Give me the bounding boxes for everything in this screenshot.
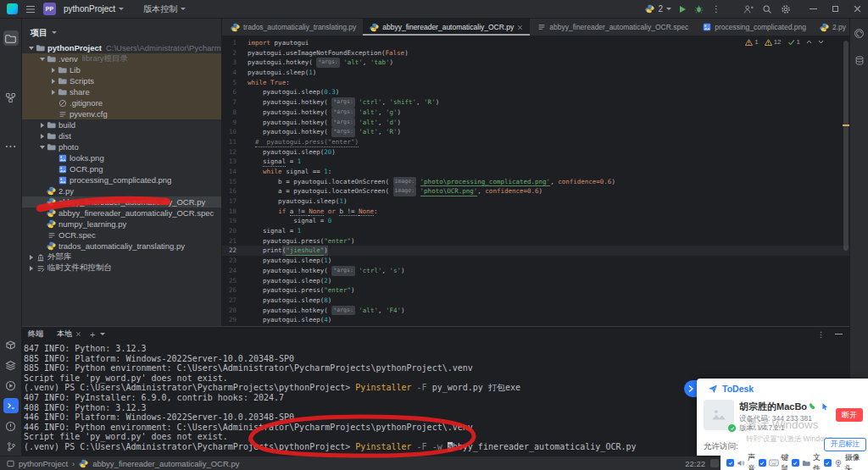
chevron-right-icon[interactable] — [38, 134, 46, 139]
code-line[interactable]: 27 pyautogui.sleep(8) — [222, 296, 849, 306]
chevron-right-icon[interactable] — [27, 255, 35, 260]
close-icon[interactable] — [517, 25, 523, 30]
code-line[interactable]: 26 pyautogui.press("enter") — [222, 285, 849, 296]
editor-tab[interactable]: 2.py — [813, 19, 849, 36]
code-line[interactable]: 17 pyautogui.sleep(1) — [222, 196, 849, 207]
code-editor[interactable]: 1 12 1 1import pyautogui2pyautogui.useIm… — [222, 36, 849, 326]
more-actions[interactable]: ⋮ — [712, 4, 721, 14]
chevron-right-icon[interactable] — [38, 123, 46, 128]
code-line[interactable]: 21 pyautogui.press("enter") — [222, 236, 849, 246]
tree-item[interactable]: .gitignore — [22, 97, 221, 108]
tree-item[interactable]: trados_automaticaliy_translating.py — [22, 241, 221, 252]
inspections-widget[interactable]: 1 12 1 — [742, 37, 827, 47]
code-line[interactable]: 3pyautogui.hotkey( *args: 'alt', 'tab') — [222, 58, 849, 68]
tree-item[interactable]: Scripts — [22, 75, 221, 86]
code-line[interactable]: 25 pyautogui.sleep(2) — [222, 276, 849, 286]
close-icon[interactable] — [75, 331, 81, 337]
editor-tab[interactable]: processing_complicated.png — [695, 19, 813, 36]
maximize-button[interactable] — [832, 6, 838, 12]
editor-scrollbar[interactable] — [843, 41, 849, 251]
run-button[interactable] — [680, 6, 686, 13]
database-icon[interactable] — [852, 53, 867, 68]
terminal-tab-local[interactable]: 本地 — [57, 329, 81, 340]
project-selector[interactable]: pythonProject — [64, 4, 124, 14]
tree-item[interactable]: pyvenv.cfg — [22, 108, 221, 119]
tree-item[interactable]: abbyy_finereader_automaticaliy_OCR.py — [22, 196, 221, 207]
settings-gear-icon[interactable] — [781, 4, 791, 14]
tree-item[interactable]: numpy_learning.py — [22, 218, 221, 229]
terminal-hide-icon[interactable] — [835, 334, 843, 335]
code-line[interactable]: 20 signal = 1 — [222, 226, 849, 236]
code-line[interactable]: 12 pyautogui.sleep(20) — [222, 147, 849, 158]
code-line[interactable]: 2pyautogui.useImageNotFoundException(Fal… — [222, 48, 849, 58]
checkbox-checked-icon[interactable] — [824, 459, 832, 467]
tree-item[interactable]: .venvlibrary根目录 — [22, 53, 221, 64]
status-file[interactable]: abbyy_finereader_automaticaliy_OCR.py — [92, 459, 239, 468]
terminal-more-icon[interactable]: ⋮ — [817, 330, 825, 339]
debug-button[interactable] — [694, 4, 704, 14]
new-terminal-button[interactable]: + — [90, 329, 95, 340]
tree-item[interactable]: 临时文件和控制台 — [22, 263, 221, 274]
tree-item[interactable]: pythonProjectC:\Users\Administrator\Pych… — [22, 42, 221, 53]
status-project[interactable]: pythonProject — [19, 459, 68, 468]
passed-badge[interactable]: 1 — [787, 38, 800, 46]
chevron-right-icon[interactable] — [49, 90, 57, 95]
code-line[interactable]: 18 if a != None or b != None: — [222, 207, 849, 217]
code-line[interactable]: 4pyautogui.sleep(1) — [222, 68, 849, 78]
code-line[interactable]: 22 print("jieshule") — [222, 246, 849, 256]
chevron-down-icon[interactable] — [52, 31, 57, 34]
chevron-right-icon[interactable] — [49, 79, 57, 84]
close-button[interactable] — [854, 5, 861, 13]
ai-assistant-icon[interactable] — [852, 25, 867, 41]
permission-toggle-键鼠[interactable]: 键鼠 — [759, 452, 792, 470]
code-line[interactable]: 29 pyautogui.sleep(4) — [222, 315, 849, 325]
editor-tab[interactable]: abbyy_finereader_automaticaliy_OCR.py — [363, 19, 530, 36]
checkbox-checked-icon[interactable] — [759, 459, 766, 467]
toolwindow-structure-icon[interactable] — [3, 90, 19, 105]
annotate-button[interactable]: 开启标注 — [824, 438, 866, 451]
code-line[interactable]: 6 pyautogui.sleep(0.3) — [222, 87, 849, 97]
editor-tab[interactable]: trados_automaticaliy_translating.py — [224, 19, 363, 36]
code-line[interactable]: 23 pyautogui.sleep(1) — [222, 256, 849, 266]
voice-call-icon[interactable] — [809, 402, 817, 411]
toolwindow-project-icon[interactable] — [3, 30, 19, 46]
search-icon[interactable] — [762, 4, 772, 14]
terminal-dropdown-icon[interactable] — [100, 333, 105, 335]
code-line[interactable]: 16 a = pyautogui.locateOnScreen( image: … — [222, 186, 849, 196]
tree-item[interactable]: looks.png — [22, 152, 221, 163]
code-line[interactable]: 7 pyautogui.hotkey( *args: 'ctrl', 'shif… — [222, 97, 849, 108]
chevron-down-icon[interactable] — [38, 146, 46, 149]
todesk-collapse-tab[interactable] — [684, 380, 698, 397]
disconnect-button[interactable]: 断开 — [836, 408, 863, 422]
run-config-selector[interactable]: 2 — [645, 4, 671, 14]
tree-item[interactable]: share — [22, 86, 221, 97]
warning-badge[interactable]: 1 — [745, 38, 758, 46]
code-line[interactable]: 11 # pyautogui.press("enter") — [222, 137, 849, 147]
tree-item[interactable]: processing_complicated.png — [22, 174, 221, 185]
chevron-down-icon[interactable] — [38, 58, 46, 61]
editor-tab[interactable]: abbyy_finereader_automaticaliy_OCR.spec — [530, 19, 695, 36]
permission-toggle-文件[interactable]: 文件 — [792, 452, 824, 470]
toolwindow-services-icon[interactable] — [3, 357, 19, 373]
warning-badge[interactable]: 12 — [765, 38, 782, 46]
tree-item[interactable]: 外部库 — [22, 252, 221, 263]
tree-item[interactable]: build — [22, 119, 221, 130]
code-line[interactable]: 28 pyautogui.hotkey( *args: 'alt', 'F4') — [222, 306, 849, 316]
checkbox-checked-icon[interactable] — [726, 459, 734, 467]
tree-item[interactable]: OCR.spec — [22, 229, 221, 241]
toolwindow-vcs-branch-icon[interactable] — [3, 439, 19, 454]
permission-toggle-声音[interactable]: 声音 — [726, 452, 759, 470]
main-menu-icon[interactable] — [25, 5, 36, 14]
toolwindow-packages-icon[interactable] — [3, 337, 19, 352]
tree-item[interactable]: photo — [22, 141, 221, 152]
remote-cursor-icon[interactable] — [821, 402, 829, 411]
tree-item[interactable]: 2.py — [22, 185, 221, 196]
minimize-button[interactable] — [810, 8, 817, 10]
chevron-up-icon[interactable] — [806, 40, 812, 44]
chevron-down-icon[interactable] — [818, 40, 824, 44]
code-line[interactable]: 13 signal = 1 — [222, 157, 849, 167]
code-line[interactable]: 19 signal = 0 — [222, 216, 849, 226]
checkbox-checked-icon[interactable] — [792, 459, 799, 467]
tree-item[interactable]: abbyy_finereader_automaticaliy_OCR.spec — [22, 207, 221, 218]
code-line[interactable]: 9 pyautogui.hotkey( *args: 'alt', 'd') — [222, 118, 849, 128]
